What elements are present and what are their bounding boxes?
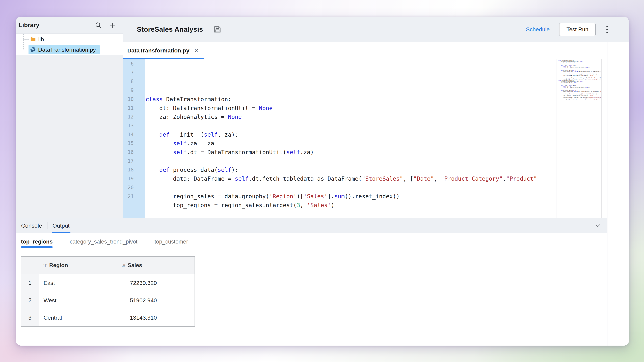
tree-guide bbox=[24, 34, 24, 50]
code-token: ) bbox=[594, 75, 594, 76]
indent-guide bbox=[181, 139, 181, 201]
page-title: StoreSales Analysis bbox=[137, 25, 203, 33]
chevron-down-icon[interactable] bbox=[592, 218, 603, 233]
sidebar-item-lib[interactable]: lib bbox=[16, 34, 123, 44]
code-token: 'Product Category' bbox=[586, 78, 598, 80]
tree-item-label: lib bbox=[38, 36, 44, 42]
tab-label: DataTransformation.py bbox=[127, 47, 189, 54]
table-row: 3Central13143.310 bbox=[21, 309, 195, 327]
code-line bbox=[146, 183, 556, 192]
line-number: 10 bbox=[123, 95, 134, 104]
tree-item-label: DataTransformation.py bbox=[38, 46, 96, 53]
region-cell: East bbox=[39, 274, 117, 292]
code-token bbox=[146, 149, 173, 156]
code-token: 3 bbox=[297, 202, 300, 209]
code-token: self bbox=[173, 149, 187, 156]
code-token: region_sales = data.groupby( bbox=[146, 193, 269, 200]
code-token bbox=[558, 87, 563, 88]
console-tab-console[interactable]: Console bbox=[16, 218, 47, 233]
search-icon[interactable] bbox=[94, 21, 102, 29]
code-token: 'Sales' bbox=[307, 202, 331, 209]
code-token: , za): bbox=[572, 85, 576, 86]
sales-cell: 72230.320 bbox=[117, 274, 195, 292]
code-token: ]. bbox=[328, 193, 334, 200]
code-token: self bbox=[286, 149, 300, 156]
code-line: region_sales = data.groupby('Region')['S… bbox=[146, 192, 556, 201]
code-token: category_profit_margin.columns = [ bbox=[558, 98, 586, 100]
code-token: .za = za bbox=[187, 140, 214, 147]
console-tab-output[interactable]: Output bbox=[47, 218, 75, 233]
output-tab-category_sales_trend_pivot[interactable]: category_sales_trend_pivot bbox=[70, 233, 138, 250]
close-icon[interactable]: × bbox=[194, 47, 198, 54]
add-file-icon[interactable] bbox=[108, 21, 116, 29]
code-token: , bbox=[502, 175, 506, 182]
code-token: , bbox=[588, 94, 589, 96]
code-token: 'Sales' bbox=[304, 193, 328, 200]
code-token: , bbox=[588, 75, 589, 76]
code-line: za: ZohoAnalytics = None bbox=[146, 112, 556, 121]
minimap[interactable]: class DataTransformation: dt: DataTransf… bbox=[556, 59, 607, 218]
column-header-cell: .#Sales bbox=[117, 262, 195, 269]
code-token: )[ bbox=[297, 193, 304, 200]
sidebar-item-datatransformation-py[interactable]: DataTransformation.py bbox=[16, 44, 123, 55]
minimap-line: za: ZohoAnalytics = None bbox=[558, 62, 601, 64]
desktop-background: Library StoreSales Analysis Schedule Tes… bbox=[0, 0, 644, 362]
code-token: ().reset_index() bbox=[596, 73, 602, 75]
code-line: self.dt = DataTransformationUtil(self.za… bbox=[146, 148, 556, 157]
code-token: 'Region' bbox=[269, 193, 297, 200]
output-subtabs: top_regionscategory_sales_trend_pivottop… bbox=[21, 233, 607, 250]
console-bar-spacer bbox=[75, 218, 592, 233]
minimap-line: self.dt = DataTransformationUtil(self.za… bbox=[558, 87, 601, 88]
library-sidebar: libDataTransformation.py bbox=[16, 34, 123, 218]
editor-scrollbar[interactable] bbox=[602, 59, 607, 218]
column-type-icon: T bbox=[44, 263, 47, 268]
code-token: process_data( bbox=[170, 166, 218, 173]
code-token: .dt.fetch_tabledata_as_DataFrame( bbox=[248, 175, 362, 182]
row-index-cell: 2 bbox=[21, 292, 39, 309]
schedule-link[interactable]: Schedule bbox=[526, 26, 550, 33]
code-area[interactable]: class DataTransformation: dt: DataTransf… bbox=[145, 59, 556, 218]
column-header-label: Sales bbox=[128, 262, 142, 269]
more-options-icon[interactable] bbox=[605, 24, 610, 35]
line-number: 16 bbox=[123, 148, 134, 157]
save-icon[interactable] bbox=[213, 25, 222, 33]
folder-icon bbox=[30, 36, 36, 42]
code-token: "Product Category" bbox=[441, 175, 502, 182]
code-token: self bbox=[218, 166, 232, 173]
minimap-line: top_regions = region_sales.nlargest(3, '… bbox=[558, 95, 601, 96]
file-tree: libDataTransformation.py bbox=[16, 34, 123, 55]
column-header-region: TRegion bbox=[39, 256, 117, 274]
indent-guide bbox=[181, 104, 181, 121]
code-token: 'Product Category' bbox=[586, 98, 598, 100]
code-line: def process_data(self): bbox=[146, 165, 556, 174]
output-table-header: TRegion.#Sales bbox=[21, 256, 195, 274]
sales-cell: 13143.310 bbox=[117, 309, 195, 327]
code-token: ) bbox=[594, 94, 594, 96]
code-line bbox=[146, 157, 556, 166]
code-token: dt: DataTransformationUtil = bbox=[146, 105, 259, 111]
tab-datatransformation[interactable]: DataTransformation.py × bbox=[123, 42, 204, 59]
code-editor: 6789101112131415161718192021 class DataT… bbox=[123, 59, 607, 218]
line-number: 8 bbox=[123, 77, 134, 86]
table-row: 1East72230.320 bbox=[21, 274, 195, 292]
line-number: 17 bbox=[123, 157, 134, 166]
code-token: def bbox=[159, 166, 170, 173]
output-tab-top_customer[interactable]: top_customer bbox=[154, 233, 188, 250]
code-token bbox=[146, 166, 159, 173]
code-token: 'Sales' bbox=[589, 75, 594, 76]
code-token: "StoreSales" bbox=[600, 91, 602, 92]
code-token: ().reset_index() bbox=[596, 93, 602, 95]
code-token: "StoreSales" bbox=[600, 71, 602, 72]
toolbar: StoreSales Analysis Schedule Test Run bbox=[123, 17, 629, 42]
code-token: ) bbox=[331, 202, 334, 209]
code-token: None bbox=[228, 113, 242, 120]
right-gutter-strip bbox=[607, 42, 629, 346]
test-run-button[interactable]: Test Run bbox=[559, 23, 596, 36]
output-tab-top_regions[interactable]: top_regions bbox=[21, 233, 53, 250]
tree-guide bbox=[24, 50, 29, 50]
code-token: data: DataFrame = bbox=[558, 91, 575, 92]
code-token: data: DataFrame = bbox=[558, 71, 575, 72]
tree-item-chip: lib bbox=[28, 35, 48, 44]
code-token: ): bbox=[232, 166, 238, 173]
code-token: , bbox=[434, 175, 441, 182]
